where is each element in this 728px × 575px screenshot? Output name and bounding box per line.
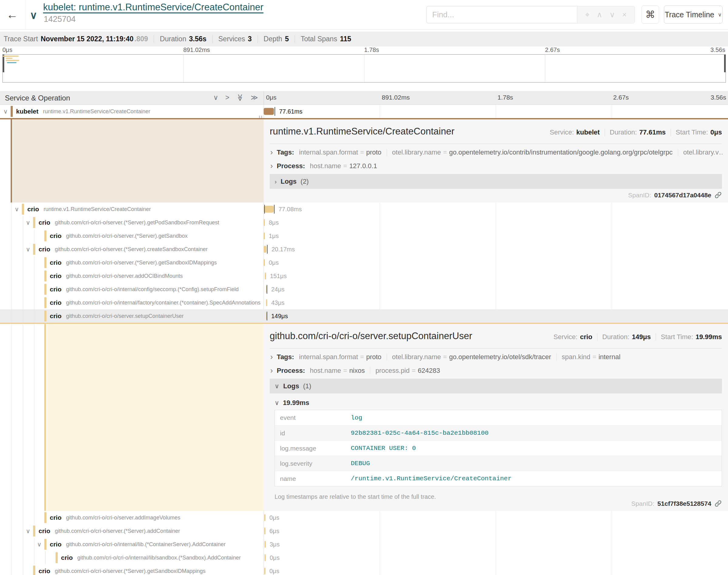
log-field-key: name (275, 475, 351, 482)
span-detail-title: runtime.v1.RuntimeService/CreateContaine… (270, 126, 454, 137)
duration-label: 151μs (270, 273, 287, 280)
expand-all-icon[interactable]: ≫ (251, 94, 258, 102)
indent-guide (23, 324, 23, 511)
viewport-right-handle[interactable] (724, 55, 726, 72)
summary-services: Services3 (219, 35, 252, 43)
process-row[interactable]: › Process: host.name=127.0.0.1 (270, 162, 723, 170)
span-row-left: ∨criogithub.com/cri-o/cri-o/server.(*Ser… (0, 216, 264, 229)
span-row[interactable]: criogithub.com/cri-o/cri-o/server.(*Serv… (0, 256, 728, 269)
tag-item: host.name=127.0.0.1 (310, 162, 377, 170)
expand-chevron-icon[interactable]: ∨ (14, 206, 19, 213)
collapse-controls: ∨ > ≫ ≫ (213, 94, 258, 102)
span-duration-bar[interactable] (265, 273, 266, 280)
tags-row[interactable]: › Tags: internal.span.format=protootel.l… (270, 352, 723, 361)
locate-icon[interactable]: ⌖ (585, 10, 590, 20)
process-row[interactable]: › Process: host.name=nixosprocess.pid=62… (270, 366, 723, 375)
span-duration-bar[interactable] (265, 541, 266, 548)
logs-count: (1) (303, 382, 311, 390)
service-name: crio (50, 259, 62, 266)
tag-item: otel.library.v… (683, 148, 723, 156)
operation-name: github.com/cri-o/cri-o/server.(*Server).… (66, 233, 188, 239)
span-row-text: criogithub.com/cri-o/cri-o/internal/fact… (50, 296, 264, 309)
span-row[interactable]: criogithub.com/cri-o/cri-o/internal/fact… (0, 296, 728, 309)
span-duration-bar[interactable] (264, 528, 265, 535)
span-row[interactable]: criogithub.com/cri-o/cri-o/internal/conf… (0, 283, 728, 296)
trace-view-selector[interactable]: Trace Timeline ∨ (664, 5, 723, 24)
prev-result-icon[interactable]: ∧ (596, 10, 602, 20)
indent-guide (11, 538, 12, 551)
next-result-icon[interactable]: ∨ (609, 10, 615, 20)
span-duration-bar[interactable] (264, 219, 265, 226)
copy-link-icon[interactable] (714, 191, 722, 199)
span-row[interactable]: ∨crioruntime.v1.RuntimeService/CreateCon… (0, 202, 728, 216)
span-row-timeline: 77.08ms (264, 202, 728, 216)
span-row[interactable]: criogithub.com/cri-o/cri-o/server.addIma… (0, 511, 728, 524)
trace-title-link[interactable]: kubelet: runtime.v1.RuntimeService/Creat… (43, 2, 263, 13)
tags-row[interactable]: › Tags: internal.span.format=protootel.l… (270, 148, 723, 157)
logs-label: Logs (280, 178, 297, 185)
span-row-timeline: 0μs (264, 256, 728, 269)
span-duration-bar[interactable] (264, 259, 265, 266)
log-entry-header[interactable]: ∨ 19.99ms (274, 399, 309, 407)
span-duration-bar[interactable] (264, 246, 266, 253)
back-button[interactable]: ← (4, 6, 21, 23)
span-row[interactable]: ∨criogithub.com/cri-o/cri-o/server.(*Ser… (0, 216, 728, 229)
indent-guide (23, 564, 23, 575)
span-row-left: criogithub.com/cri-o/cri-o/server.addIma… (0, 511, 264, 524)
expand-chevron-icon[interactable]: ∨ (3, 108, 8, 115)
span-row-left: criogithub.com/cri-o/cri-o/internal/conf… (0, 283, 264, 296)
expand-chevron-icon[interactable]: ∨ (26, 246, 30, 253)
span-duration-bar[interactable] (264, 233, 265, 240)
span-row[interactable]: criogithub.com/cri-o/cri-o/internal/lib/… (0, 551, 728, 564)
span-row[interactable]: criogithub.com/cri-o/cri-o/server.addOCI… (0, 269, 728, 283)
span-row[interactable]: criogithub.com/cri-o/cri-o/server.(*Serv… (0, 564, 728, 575)
span-row[interactable]: ∨criogithub.com/cri-o/cri-o/server.(*Ser… (0, 243, 728, 256)
duration-label: 77.61ms (279, 108, 302, 115)
indent-guide (11, 324, 12, 511)
operation-name: github.com/cri-o/cri-o/server.(*Server).… (55, 528, 180, 534)
find-input[interactable] (426, 6, 577, 23)
copy-link-icon[interactable] (714, 500, 722, 507)
span-duration-bar[interactable] (264, 206, 274, 213)
log-timestamps-note: Log timestamps are relative to the start… (274, 493, 436, 500)
expand-chevron-icon[interactable]: ∨ (37, 541, 42, 548)
span-row[interactable]: ∨criogithub.com/cri-o/cri-o/internal/lib… (0, 538, 728, 551)
collapse-all-icon[interactable]: ≫ (236, 94, 244, 101)
log-field-key: log.severity (275, 460, 351, 467)
indent-guide (11, 511, 12, 524)
expand-one-icon[interactable]: > (225, 94, 229, 102)
minimap-canvas[interactable] (2, 54, 726, 82)
tags-list: internal.span.format=protootel.library.n… (299, 148, 723, 156)
chevron-right-icon: › (270, 352, 273, 361)
clear-search-icon[interactable]: × (622, 10, 627, 20)
indent-guide (11, 524, 12, 538)
span-row-left: criogithub.com/cri-o/cri-o/server.(*Serv… (0, 256, 264, 269)
span-duration-bar[interactable] (264, 108, 274, 115)
expand-chevron-icon[interactable]: ∨ (26, 219, 30, 226)
span-row-timeline: 1μs (264, 229, 728, 243)
viewport-left-handle[interactable] (3, 55, 4, 72)
meta-separator (656, 333, 656, 341)
span-row-text: criogithub.com/cri-o/cri-o/server.(*Serv… (39, 243, 264, 256)
chevron-down-icon: ∨ (718, 11, 722, 18)
logs-accordion[interactable]: ∨ Logs (1) (270, 379, 722, 394)
span-duration-bar[interactable] (264, 568, 265, 575)
logs-label: Logs (283, 382, 299, 390)
detail-panel-body: runtime.v1.RuntimeService/CreateContaine… (264, 119, 728, 202)
span-duration-bar[interactable] (264, 514, 265, 521)
trace-collapse-chevron-icon[interactable]: ∨ (30, 9, 37, 21)
span-row[interactable]: ∨kubeletruntime.v1.RuntimeService/Create… (0, 105, 728, 118)
collapse-one-icon[interactable]: ∨ (213, 94, 219, 102)
span-row[interactable]: criogithub.com/cri-o/cri-o/server.(*Serv… (0, 229, 728, 243)
span-row[interactable]: criogithub.com/cri-o/cri-o/server.setupC… (0, 309, 728, 323)
logs-accordion[interactable]: › Logs (2) (270, 174, 722, 189)
span-duration-bar[interactable] (266, 299, 267, 306)
indent-guide (23, 256, 23, 269)
log-marker-tick (267, 285, 267, 294)
keyboard-shortcuts-button[interactable]: ⌘ (641, 5, 659, 24)
expand-chevron-icon[interactable]: ∨ (26, 527, 30, 535)
span-duration-bar[interactable] (265, 554, 266, 561)
indent-guide (23, 229, 23, 243)
span-row[interactable]: ∨criogithub.com/cri-o/cri-o/server.(*Ser… (0, 524, 728, 538)
duration-label: 43μs (271, 299, 285, 306)
